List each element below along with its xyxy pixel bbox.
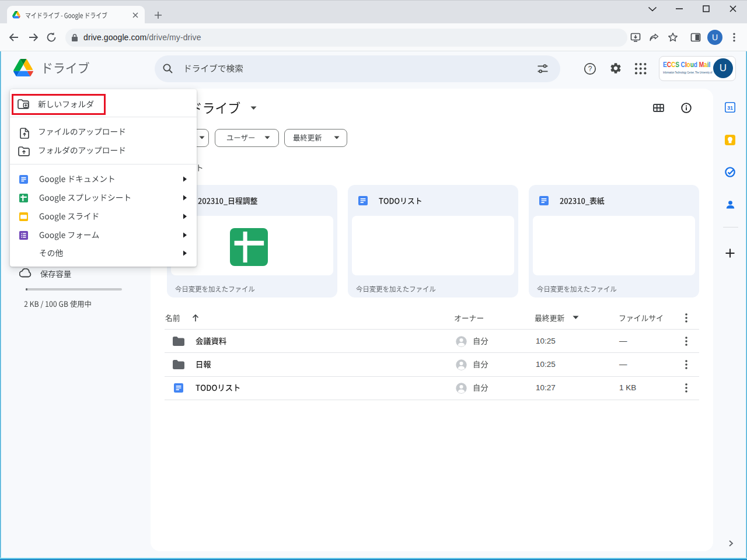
svg-text:?: ?	[588, 65, 592, 73]
svg-text:31: 31	[727, 105, 733, 111]
